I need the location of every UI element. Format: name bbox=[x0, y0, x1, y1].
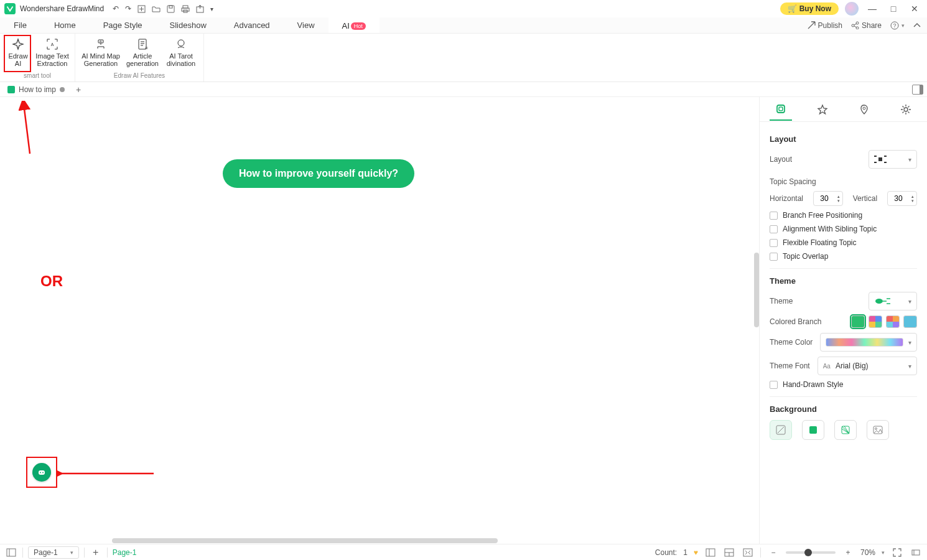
hscroll-thumb[interactable] bbox=[112, 538, 498, 543]
annotation-highlight-2 bbox=[26, 457, 57, 488]
page-selector-value: Page-1 bbox=[34, 548, 58, 557]
side-tab-settings[interactable] bbox=[895, 98, 917, 121]
spinner-down-icon[interactable]: ▾ bbox=[837, 198, 840, 203]
ai-tarot-button[interactable]: AI Tarot divination bbox=[164, 36, 198, 67]
theme-font-select[interactable]: Aa Arial (Big) ▾ bbox=[818, 357, 917, 375]
share-button[interactable]: Share bbox=[851, 21, 882, 30]
edraw-ai-button[interactable]: Edraw AI bbox=[5, 36, 31, 67]
zoom-out-button[interactable]: − bbox=[767, 547, 780, 558]
branch-swatch-3[interactable] bbox=[886, 315, 900, 328]
view-mode-1-button[interactable] bbox=[704, 547, 717, 558]
check-topic-overlap[interactable]: Topic Overlap bbox=[770, 252, 917, 261]
svg-rect-4 bbox=[183, 6, 188, 8]
theme-select[interactable]: ▾ bbox=[869, 292, 917, 310]
qat-more-icon[interactable]: ▾ bbox=[210, 6, 213, 12]
vscroll-thumb[interactable] bbox=[754, 253, 759, 327]
document-tab[interactable]: How to imp bbox=[2, 82, 70, 96]
new-file-icon[interactable] bbox=[137, 5, 146, 13]
article-generation-button[interactable]: AI Article generation bbox=[125, 36, 160, 67]
bg-none[interactable] bbox=[770, 420, 792, 440]
undo-icon[interactable]: ↶ bbox=[113, 4, 119, 13]
canvas[interactable]: How to improve yourself quickly? OR bbox=[0, 97, 754, 544]
open-file-icon[interactable] bbox=[152, 5, 161, 12]
print-icon[interactable] bbox=[181, 5, 190, 13]
window-minimize-button[interactable]: — bbox=[865, 4, 880, 14]
check-alignment-sibling[interactable]: Alignment With Sibling Topic bbox=[770, 225, 917, 233]
user-avatar[interactable] bbox=[845, 2, 859, 16]
article-generation-icon: AI bbox=[136, 37, 149, 51]
menu-advanced[interactable]: Advanced bbox=[220, 17, 284, 33]
collapse-ribbon-button[interactable] bbox=[913, 22, 921, 29]
layout-select[interactable]: ▾ bbox=[869, 150, 917, 169]
spinner-up-icon[interactable]: ▴ bbox=[911, 194, 914, 198]
horizontal-spinner[interactable]: ▴▾ bbox=[813, 191, 843, 206]
quick-access-toolbar: ↶ ↷ ▾ bbox=[113, 4, 213, 13]
bg-pattern[interactable] bbox=[834, 420, 857, 440]
horizontal-scrollbar[interactable] bbox=[0, 538, 586, 544]
window-maximize-button[interactable]: □ bbox=[886, 4, 901, 14]
check-align-label: Alignment With Sibling Topic bbox=[783, 225, 877, 233]
check-branch-free[interactable]: Branch Free Positioning bbox=[770, 211, 917, 220]
export-icon[interactable] bbox=[196, 5, 204, 13]
zoom-in-button[interactable]: + bbox=[842, 547, 854, 558]
window-close-button[interactable]: ✕ bbox=[907, 4, 922, 14]
menu-ai[interactable]: AI Hot bbox=[328, 17, 380, 33]
save-icon[interactable] bbox=[167, 5, 175, 13]
bg-color[interactable] bbox=[802, 420, 824, 440]
vertical-scrollbar[interactable] bbox=[754, 97, 759, 544]
menu-slideshow[interactable]: Slideshow bbox=[156, 17, 220, 33]
spinner-up-icon[interactable]: ▴ bbox=[837, 194, 840, 198]
theme-color-select[interactable]: ▾ bbox=[820, 333, 917, 352]
side-tab-style[interactable] bbox=[811, 98, 834, 121]
zoom-slider-thumb[interactable] bbox=[804, 549, 812, 556]
main-topic-node[interactable]: How to improve yourself quickly? bbox=[223, 159, 414, 188]
focus-mode-button[interactable] bbox=[910, 547, 922, 558]
svg-rect-32 bbox=[884, 162, 887, 163]
side-tab-map[interactable] bbox=[853, 98, 875, 121]
publish-button[interactable]: Publish bbox=[808, 21, 842, 30]
vertical-input[interactable] bbox=[888, 194, 909, 203]
check-hand-drawn[interactable]: Hand-Drawn Style bbox=[770, 380, 917, 389]
menu-file[interactable]: File bbox=[0, 17, 40, 33]
add-document-button[interactable]: + bbox=[72, 85, 85, 95]
side-tab-layout[interactable] bbox=[770, 98, 792, 121]
colored-branch-label: Colored Branch bbox=[770, 317, 821, 326]
fit-view-button[interactable] bbox=[742, 547, 754, 558]
ai-assistant-bubble[interactable] bbox=[32, 463, 51, 482]
image-text-extraction-icon: A bbox=[45, 37, 59, 51]
ribbon-group-label-1: smart tool bbox=[24, 72, 51, 80]
svg-rect-47 bbox=[743, 549, 752, 556]
zoom-slider[interactable] bbox=[786, 551, 836, 554]
check-branch-label: Branch Free Positioning bbox=[783, 211, 862, 220]
page-selector[interactable]: Page-1 ▾ bbox=[28, 546, 79, 559]
ribbon-group-label-2: Edraw AI Features bbox=[114, 72, 165, 80]
check-flexible-floating[interactable]: Flexible Floating Topic bbox=[770, 238, 917, 247]
redo-icon[interactable]: ↷ bbox=[125, 4, 131, 13]
horizontal-input[interactable] bbox=[814, 194, 835, 203]
menu-page-style[interactable]: Page Style bbox=[90, 17, 156, 33]
svg-point-8 bbox=[852, 24, 854, 27]
ai-mind-map-generation-button[interactable]: AI AI Mind Map Generation bbox=[80, 36, 121, 67]
vertical-spinner[interactable]: ▴▾ bbox=[887, 191, 917, 206]
menu-home[interactable]: Home bbox=[40, 17, 90, 33]
bg-image[interactable] bbox=[867, 420, 889, 440]
spinner-down-icon[interactable]: ▾ bbox=[911, 198, 914, 203]
view-mode-2-button[interactable] bbox=[723, 547, 735, 558]
branch-swatch-2[interactable] bbox=[869, 315, 882, 328]
outline-panel-button[interactable] bbox=[5, 547, 17, 558]
add-page-button[interactable]: + bbox=[90, 547, 102, 558]
separator bbox=[760, 548, 761, 558]
menu-view[interactable]: View bbox=[284, 17, 328, 33]
help-button[interactable]: ? ▾ bbox=[890, 21, 905, 30]
branch-swatch-4[interactable] bbox=[903, 315, 917, 328]
page-tab[interactable]: Page-1 bbox=[113, 548, 137, 557]
image-text-extraction-button[interactable]: A Image Text Extraction bbox=[35, 36, 70, 67]
fullscreen-button[interactable] bbox=[891, 547, 903, 558]
ribbon-group-ai-features: AI AI Mind Map Generation AI Article gen… bbox=[75, 34, 204, 82]
zoom-value[interactable]: 70% bbox=[860, 548, 875, 557]
branch-swatch-1[interactable] bbox=[851, 315, 865, 328]
svg-rect-48 bbox=[912, 550, 920, 555]
canvas-inner: How to improve yourself quickly? OR bbox=[0, 97, 754, 544]
toggle-right-panel-button[interactable] bbox=[912, 85, 923, 95]
buy-now-button[interactable]: 🛒 Buy Now bbox=[780, 2, 839, 15]
